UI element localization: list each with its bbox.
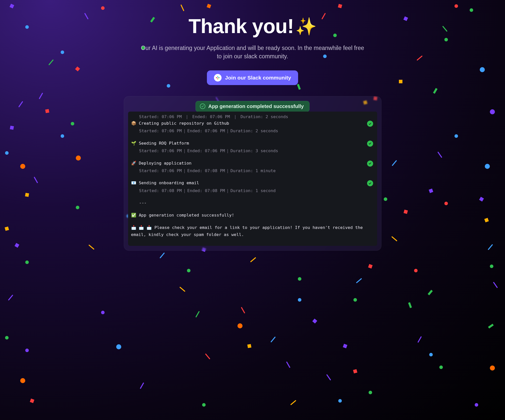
confetti-piece bbox=[271, 336, 276, 343]
meta-sep: | bbox=[182, 168, 187, 173]
task-meta: Started: 07:08 PM|Ended: 07:08 PM|Durati… bbox=[131, 188, 363, 194]
confetti-piece bbox=[8, 295, 13, 301]
meta-sep: | bbox=[225, 168, 230, 173]
mail-text: Please check your email for a link to yo… bbox=[131, 225, 363, 237]
confetti-piece bbox=[353, 369, 357, 374]
meta-sep: | bbox=[182, 188, 187, 193]
slack-icon bbox=[214, 74, 222, 82]
confetti-piece bbox=[205, 353, 210, 359]
task-row: 🚀 Deploying applicationStarted: 07:06 PM… bbox=[131, 160, 374, 174]
meta-started: Started: 07:06 PM bbox=[139, 128, 182, 133]
meta-started: Started: 07:06 PM bbox=[139, 168, 182, 173]
confetti-piece bbox=[30, 399, 34, 403]
confetti-piece bbox=[298, 298, 301, 302]
confetti-piece bbox=[5, 336, 9, 339]
task-title: 📦 Creating public repository on Github bbox=[131, 120, 363, 127]
confetti-piece bbox=[241, 307, 245, 313]
meta-ended: Ended: 07:08 PM bbox=[187, 168, 225, 173]
confetti-piece bbox=[179, 286, 185, 292]
svg-rect-1 bbox=[218, 77, 220, 78]
meta-sep: | bbox=[182, 148, 187, 153]
meta-sep: | bbox=[232, 114, 238, 119]
confetti-piece bbox=[290, 400, 296, 405]
status-pill-text: App generation completed successfully bbox=[208, 103, 304, 109]
meta-duration: Duration: 2 seconds bbox=[241, 114, 288, 119]
confetti-piece bbox=[187, 269, 190, 272]
meta-sep: | bbox=[184, 114, 190, 119]
check-circle-icon bbox=[200, 103, 205, 109]
meta-sep: | bbox=[182, 128, 187, 133]
task-meta: Started: 07:06 PM|Ended: 07:06 PM|Durati… bbox=[131, 128, 363, 134]
svg-rect-0 bbox=[217, 76, 218, 77]
meta-ended: Ended: 07:08 PM bbox=[187, 188, 225, 193]
svg-rect-3 bbox=[216, 77, 217, 78]
confetti-piece bbox=[286, 361, 291, 368]
confetti-piece bbox=[439, 365, 443, 369]
terminal-card: App generation completed successfully St… bbox=[124, 96, 381, 251]
confetti-piece bbox=[237, 323, 243, 328]
confetti-piece bbox=[20, 378, 25, 383]
sparkle-icon: ✨ bbox=[295, 18, 317, 35]
check-icon bbox=[367, 121, 373, 127]
confetti-piece bbox=[488, 324, 494, 329]
join-slack-button[interactable]: Join our Slack community bbox=[207, 70, 298, 85]
check-icon bbox=[367, 180, 373, 186]
confetti-piece bbox=[25, 260, 29, 264]
confetti-piece bbox=[493, 282, 498, 288]
confetti-piece bbox=[490, 365, 495, 371]
confetti-piece bbox=[298, 277, 301, 281]
prior-task-meta: Started: 07:06 PM | Ended: 07:06 PM | Du… bbox=[131, 114, 374, 120]
meta-started: Started: 07:08 PM bbox=[139, 188, 182, 193]
meta-sep: | bbox=[225, 128, 230, 133]
svg-rect-2 bbox=[217, 78, 218, 80]
meta-ended: Ended: 07:06 PM bbox=[187, 148, 225, 153]
confetti-piece bbox=[338, 399, 342, 403]
task-title: 📧 Sending onboarding email bbox=[131, 180, 363, 186]
confetti-piece bbox=[353, 298, 357, 302]
confetti-piece bbox=[250, 257, 256, 262]
terminal-divider: --- bbox=[131, 200, 374, 206]
meta-started: Started: 07:06 PM bbox=[139, 114, 182, 119]
confetti-piece bbox=[369, 391, 372, 394]
meta-duration: Duration: 1 minute bbox=[230, 168, 276, 173]
final-message: 📩 📩 📩 Please check your email for a link… bbox=[131, 224, 374, 238]
task-meta: Started: 07:06 PM|Ended: 07:08 PM|Durati… bbox=[131, 168, 363, 174]
confetti-piece bbox=[475, 403, 478, 407]
meta-sep: | bbox=[225, 188, 230, 193]
confetti-piece bbox=[408, 302, 412, 308]
confetti-piece bbox=[202, 403, 206, 407]
confetti-piece bbox=[312, 319, 318, 324]
success-emoji: ✅ bbox=[131, 213, 136, 218]
title-text: Thank you! bbox=[188, 15, 294, 38]
final-success-line: ✅ App generation completed successfully! bbox=[131, 212, 374, 219]
check-icon bbox=[367, 141, 373, 147]
confetti-piece bbox=[25, 349, 29, 352]
confetti-piece bbox=[343, 344, 347, 348]
confetti-piece bbox=[368, 264, 373, 269]
confetti-piece bbox=[140, 382, 144, 389]
confetti-piece bbox=[116, 344, 121, 349]
task-row: 📦 Creating public repository on GithubSt… bbox=[131, 120, 374, 135]
confetti-piece bbox=[101, 311, 105, 314]
meta-duration: Duration: 3 seconds bbox=[230, 148, 278, 153]
mail-emoji: 📩 📩 📩 bbox=[131, 225, 152, 230]
meta-duration: Duration: 2 seconds bbox=[230, 128, 278, 133]
confetti-piece bbox=[490, 265, 493, 268]
confetti-piece bbox=[414, 269, 418, 272]
meta-duration: Duration: 1 second bbox=[230, 188, 276, 193]
task-meta: Started: 07:06 PM|Ended: 07:06 PM|Durati… bbox=[131, 148, 363, 154]
success-text: App generation completed successfully! bbox=[139, 213, 234, 218]
subtitle: Our AI is generating your Application an… bbox=[139, 44, 366, 61]
task-row: 📧 Sending onboarding emailStarted: 07:08… bbox=[131, 180, 374, 194]
confetti-piece bbox=[356, 278, 362, 283]
meta-ended: Ended: 07:06 PM bbox=[192, 114, 230, 119]
status-pill: App generation completed successfully bbox=[196, 101, 310, 112]
meta-ended: Ended: 07:06 PM bbox=[187, 128, 225, 133]
task-row: 🌱 Seeding ROQ PlatformStarted: 07:06 PM|… bbox=[131, 140, 374, 154]
meta-sep: | bbox=[225, 148, 230, 153]
confetti-piece bbox=[247, 344, 251, 348]
check-icon bbox=[367, 161, 373, 167]
join-slack-label: Join our Slack community bbox=[225, 75, 291, 81]
terminal-output[interactable]: Started: 07:06 PM | Ended: 07:06 PM | Du… bbox=[128, 112, 377, 246]
confetti-piece bbox=[195, 311, 200, 318]
